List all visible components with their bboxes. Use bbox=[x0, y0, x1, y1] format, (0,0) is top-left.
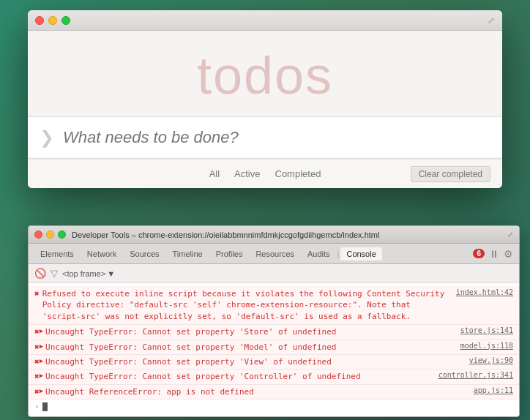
filter-icon[interactable]: ▽ bbox=[51, 268, 58, 279]
error-icon-controller: ✖ bbox=[34, 372, 40, 381]
mac-window: ⤢ todos ❯ All Active Completed Clear com… bbox=[28, 10, 502, 188]
tab-resources[interactable]: Resources bbox=[250, 247, 300, 260]
error-icon-app: ✖ bbox=[34, 387, 40, 397]
error-icon-store: ✖ bbox=[34, 327, 40, 337]
title-bar: ⤢ bbox=[28, 10, 502, 31]
tab-icons: 6 ⏸ ⚙ bbox=[473, 248, 513, 260]
error-row-controller: ✖ ▶ Uncaught TypeError: Cannot set prope… bbox=[29, 370, 519, 384]
traffic-lights bbox=[35, 16, 70, 25]
input-section: ❯ bbox=[28, 116, 502, 159]
error-icon-csp: ✖ bbox=[34, 289, 40, 299]
filter-links: All Active Completed bbox=[204, 165, 327, 182]
error-row-store: ✖ ▶ Uncaught TypeError: Cannot set prope… bbox=[29, 325, 519, 340]
console-content: ✖ Refused to execute inline script becau… bbox=[29, 283, 519, 416]
todo-input[interactable] bbox=[63, 128, 490, 147]
prompt-cursor bbox=[42, 402, 48, 411]
app-footer: All Active Completed Clear completed bbox=[28, 159, 502, 188]
console-prompt[interactable]: › bbox=[29, 400, 519, 413]
error-text-model: Uncaught TypeError: Cannot set property … bbox=[45, 342, 460, 353]
error-text-csp: Refused to execute inline script because… bbox=[42, 288, 453, 322]
minimize-button[interactable] bbox=[48, 16, 57, 25]
error-link-store[interactable]: store.js:141 bbox=[460, 326, 513, 334]
app-content: todos ❯ All Active Completed Clear compl… bbox=[28, 31, 502, 188]
close-button[interactable] bbox=[35, 16, 44, 25]
settings-icon[interactable]: ⚙ bbox=[504, 248, 513, 260]
expand-icon: ⤢ bbox=[488, 15, 495, 26]
error-count-badge: 6 bbox=[473, 249, 485, 258]
tab-elements[interactable]: Elements bbox=[34, 247, 80, 260]
devtools-tabs: Elements Network Sources Timeline Profil… bbox=[29, 244, 519, 264]
error-link-controller[interactable]: controller.js:341 bbox=[438, 371, 513, 379]
error-row-view: ✖ ▶ Uncaught TypeError: Cannot set prope… bbox=[29, 355, 519, 370]
devtools-titlebar: Developer Tools – chrome-extension://oie… bbox=[29, 226, 519, 244]
tab-audits[interactable]: Audits bbox=[302, 247, 336, 260]
app-title: todos bbox=[28, 45, 502, 105]
devtools-title: Developer Tools – chrome-extension://oie… bbox=[72, 230, 507, 239]
error-text-store: Uncaught TypeError: Cannot set property … bbox=[45, 326, 460, 337]
expand-tri-view[interactable]: ▶ bbox=[40, 357, 43, 364]
filter-all[interactable]: All bbox=[204, 165, 225, 182]
console-toolbar: 🚫 ▽ <top frame> ▼ bbox=[29, 264, 519, 283]
error-row-app: ✖ ▶ Uncaught ReferenceError: app is not … bbox=[29, 385, 519, 400]
error-text-app: Uncaught ReferenceError: app is not defi… bbox=[45, 386, 474, 397]
expand-tri-model[interactable]: ▶ bbox=[40, 342, 43, 350]
devtools-close-button[interactable] bbox=[34, 230, 42, 239]
frame-selector-arrow: ▼ bbox=[107, 269, 115, 278]
prompt-symbol: › bbox=[34, 402, 40, 411]
chevron-down-icon[interactable]: ❯ bbox=[40, 127, 54, 148]
expand-tri-store[interactable]: ▶ bbox=[40, 327, 43, 334]
error-link-app[interactable]: app.js:11 bbox=[474, 386, 513, 394]
maximize-button[interactable] bbox=[61, 16, 70, 25]
error-icon-model: ✖ bbox=[34, 342, 40, 352]
devtools-expand-icon[interactable]: ⤢ bbox=[507, 230, 513, 239]
devtools-maximize-button[interactable] bbox=[58, 230, 66, 239]
pause-icon[interactable]: ⏸ bbox=[489, 248, 499, 260]
expand-tri-controller[interactable]: ▶ bbox=[40, 372, 43, 379]
devtools-window: Developer Tools – chrome-extension://oie… bbox=[28, 225, 520, 417]
devtools-minimize-button[interactable] bbox=[46, 230, 54, 239]
error-link-view[interactable]: view.js:90 bbox=[469, 356, 513, 364]
filter-completed[interactable]: Completed bbox=[269, 165, 326, 182]
devtools-traffic-lights bbox=[34, 230, 66, 239]
clear-console-icon[interactable]: 🚫 bbox=[34, 268, 46, 279]
frame-selector-label: <top frame> bbox=[62, 269, 105, 278]
expand-tri-app[interactable]: ▶ bbox=[40, 387, 43, 394]
tab-network[interactable]: Network bbox=[81, 247, 122, 260]
tab-sources[interactable]: Sources bbox=[124, 247, 165, 260]
frame-selector[interactable]: <top frame> ▼ bbox=[62, 269, 115, 278]
error-text-view: Uncaught TypeError: Cannot set property … bbox=[45, 356, 469, 367]
error-row-model: ✖ ▶ Uncaught TypeError: Cannot set prope… bbox=[29, 340, 519, 355]
error-link-csp[interactable]: index.html:42 bbox=[456, 288, 513, 296]
tab-timeline[interactable]: Timeline bbox=[167, 247, 209, 260]
console-error-csp: ✖ Refused to execute inline script becau… bbox=[29, 286, 519, 325]
tab-console[interactable]: Console bbox=[340, 247, 381, 260]
error-icon-view: ✖ bbox=[34, 357, 40, 367]
tab-divider: | bbox=[337, 250, 340, 258]
filter-active[interactable]: Active bbox=[228, 165, 266, 182]
tab-profiles[interactable]: Profiles bbox=[210, 247, 249, 260]
error-link-model[interactable]: model.js:118 bbox=[460, 342, 513, 350]
todos-header: todos bbox=[28, 31, 502, 116]
clear-completed-button[interactable]: Clear completed bbox=[411, 166, 490, 182]
error-text-controller: Uncaught TypeError: Cannot set property … bbox=[45, 371, 438, 382]
